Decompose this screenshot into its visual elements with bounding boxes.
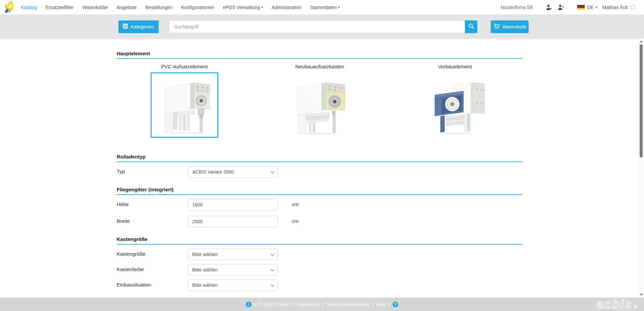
typ-select[interactable]: ACBIS Variant 2000 (188, 166, 278, 178)
kastengroesse-select[interactable]: Bitte wählen (188, 249, 278, 260)
top-nav: Katalog Ersatzteilfilter Warenkörbe Ange… (0, 0, 644, 15)
section-kastengroesse: Kastengröße Kastengröße Bitte wählen Kas… (117, 236, 523, 291)
configurator-page: Hauptelement PVC-Aufsatzelement (0, 39, 638, 298)
scroll-down-arrow-icon[interactable] (640, 294, 643, 296)
footer-link-impressum[interactable]: Impressum (297, 302, 319, 307)
section-title: Fliegengitter (integriert) (117, 187, 523, 195)
footer: i | © ACBIS GmbH | Impressum | Datenschu… (0, 298, 644, 311)
hoehe-label: Höhe (117, 199, 188, 207)
book-icon (123, 23, 128, 30)
nav-item-stammdaten[interactable]: Stammdaten▾ (310, 5, 340, 10)
section-title: Rolladentyp (117, 154, 523, 162)
flame-logo-icon (4, 0, 15, 15)
nav-item-bestellungen[interactable]: Bestellungen (145, 5, 172, 10)
chevron-down-icon: ▾ (338, 6, 340, 9)
breite-label: Breite (117, 216, 188, 224)
flag-de-icon (577, 5, 585, 10)
footer-link-datenschutz[interactable]: Datenschutzerklärung (326, 302, 370, 307)
language-selector[interactable]: DE ▾ (577, 5, 597, 10)
nav-item-epos-verwaltung[interactable]: ePOS Verwaltung▾ (223, 5, 263, 10)
company-name: Musterfirma SE (501, 5, 533, 10)
vertical-scrollbar[interactable] (638, 39, 644, 298)
user-edit-icon[interactable] (546, 4, 552, 10)
user-menu[interactable]: Mathias Eck (602, 5, 635, 10)
typ-label: Typ (117, 166, 188, 174)
categories-button[interactable]: Kategorien (118, 20, 159, 33)
info-icon[interactable]: i (246, 302, 252, 307)
nav-right-cluster: Musterfirma SE DE ▾ Mathias Eck (501, 4, 644, 10)
cart-icon (493, 23, 500, 30)
hoehe-input[interactable] (188, 199, 278, 210)
section-rolladentyp: Rolladentyp Typ ACBIS Variant 2000 (117, 154, 523, 178)
option-neubauaufsatzkasten[interactable]: Neubauaufsatzkasten (252, 64, 387, 138)
search-group (169, 20, 477, 33)
section-hauptelement: Hauptelement PVC-Aufsatzelement (117, 51, 523, 138)
section-title: Kastengröße (117, 236, 523, 245)
search-toolbar: Kategorien Warenkorb (0, 15, 644, 39)
nav-item-warenkoerbe[interactable]: Warenkörbe (83, 5, 108, 10)
watermark-triangle-icon (635, 304, 638, 309)
breite-unit: cm (292, 216, 299, 224)
nav-item-administration[interactable]: Administration (272, 5, 302, 10)
footer-link-agb[interactable]: AGB (376, 302, 386, 307)
chevron-down-icon: ▾ (261, 6, 263, 9)
breite-input[interactable] (188, 216, 278, 227)
kastenfarbe-select[interactable]: Bitte wählen (188, 264, 278, 275)
option-pvc-aufsatzelement[interactable]: PVC-Aufsatzelement (117, 64, 252, 138)
option-vorbauelement[interactable]: Vorbauelement (387, 64, 523, 138)
hauptelement-options: PVC-Aufsatzelement (117, 64, 523, 138)
footer-separator: | (293, 302, 294, 307)
search-input[interactable] (169, 20, 465, 33)
footer-separator: | (322, 302, 323, 307)
user-remove-icon[interactable] (557, 4, 564, 10)
cart-button[interactable]: Warenkorb (491, 20, 529, 33)
acbis-watermark: acbis (597, 298, 639, 311)
copyright-text: © ACBIS GmbH (258, 302, 290, 307)
search-button[interactable] (465, 20, 477, 33)
kastengroesse-label: Kastengröße (117, 249, 188, 257)
nav-item-ersatzteilfilter[interactable]: Ersatzteilfilter (45, 5, 73, 10)
chevron-down-icon: ▾ (596, 6, 597, 9)
footer-separator: | (254, 302, 256, 307)
section-fliegengitter: Fliegengitter (integriert) Höhe cm Breit… (117, 187, 523, 227)
product-image-neubauaufsatzkasten[interactable] (286, 72, 354, 138)
main-menu: Katalog Ersatzteilfilter Warenkörbe Ange… (21, 5, 340, 10)
user-name: Mathias Eck (602, 5, 628, 10)
footer-separator: | (373, 302, 374, 307)
product-image-pvc-aufsatzelement[interactable] (151, 72, 218, 138)
help-icon[interactable]: ? (392, 302, 398, 307)
kastenfarbe-label: Kastenfarbe (117, 264, 188, 272)
status-indicator-icon (630, 5, 635, 10)
hoehe-unit: cm (292, 199, 299, 207)
brand-logo[interactable] (4, 0, 15, 15)
footer-separator: | (389, 302, 390, 307)
section-title: Hauptelement (117, 51, 523, 59)
scroll-up-arrow-icon[interactable] (640, 40, 643, 43)
nav-item-konfigurationen[interactable]: Konfigurationen (181, 5, 214, 10)
einbausituation-label: Einbausituation (117, 279, 188, 288)
nav-item-angebote[interactable]: Angebote (116, 5, 137, 10)
nav-item-katalog[interactable]: Katalog (21, 5, 37, 10)
magnifier-icon (468, 23, 474, 30)
product-image-vorbauelement[interactable] (421, 72, 489, 138)
einbausituation-select[interactable]: Bitte wählen (188, 279, 278, 291)
language-code: DE (587, 5, 593, 10)
scrollbar-thumb[interactable] (640, 44, 643, 158)
